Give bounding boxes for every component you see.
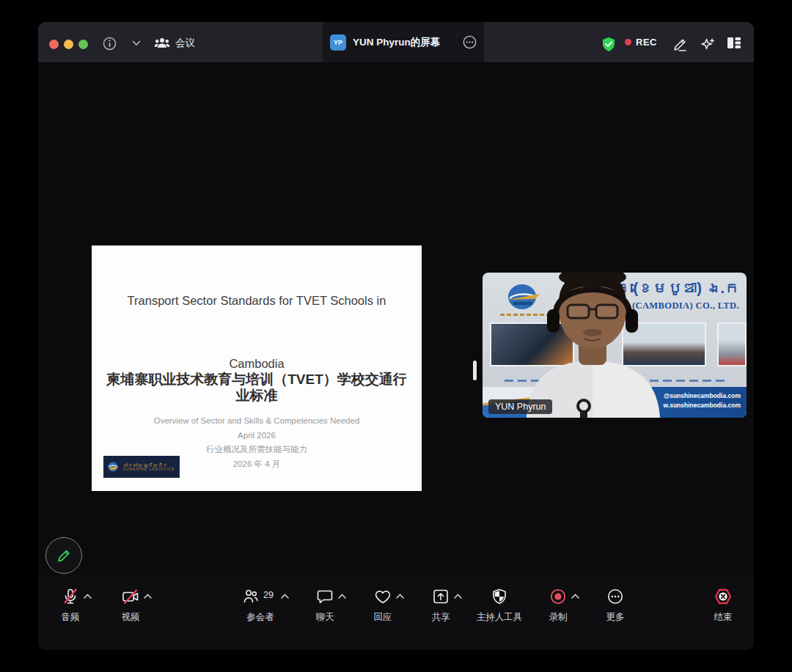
- participants-count: 29: [263, 590, 274, 600]
- video-tile-yun-phyrun[interactable]: ស្ទីក (ខេមបូឌា) ឯ.ក CS (CAMBODIA) CO., L…: [483, 273, 747, 418]
- participants-icon: [242, 588, 260, 605]
- meeting-window: 会议 YP YUN Phyrun的屏幕 REC Transport Sector…: [38, 22, 754, 650]
- panel-resize-handle[interactable]: [473, 361, 477, 380]
- share-caret-icon[interactable]: [453, 593, 463, 599]
- fullscreen-window-button[interactable]: [78, 40, 88, 49]
- logo-truck-icon: [107, 461, 120, 473]
- slide-title-zh-line2: 业标准: [92, 388, 422, 404]
- slide-date-en: April 2026: [92, 429, 422, 443]
- annotate-pen-icon[interactable]: [672, 37, 688, 52]
- participants-caret-icon[interactable]: [280, 593, 290, 599]
- audio-button[interactable]: 音频: [38, 587, 103, 624]
- slide-title-zh-line1: 柬埔寨职业技术教育与培训（TVET）学校交通行: [92, 372, 422, 388]
- security-shield-icon[interactable]: [601, 37, 616, 52]
- share-button[interactable]: 共享: [408, 587, 474, 624]
- end-meeting-button[interactable]: 结束: [690, 587, 754, 624]
- heart-icon: [374, 588, 392, 605]
- minimize-window-button[interactable]: [64, 40, 73, 49]
- titlebar: 会议 YP YUN Phyrun的屏幕 REC: [38, 22, 754, 62]
- participant-name-tag: YUN Phyrun: [488, 399, 552, 414]
- rec-indicator[interactable]: REC: [625, 37, 657, 48]
- logo-en-text: SUNSHINE LOGISTICS: [123, 468, 175, 471]
- slide-title-en-line2: Cambodia: [92, 356, 422, 372]
- meeting-info-icon[interactable]: [103, 37, 117, 51]
- chat-icon: [316, 588, 334, 605]
- record-caret-icon[interactable]: [571, 593, 580, 599]
- ai-sparkle-icon[interactable]: [700, 37, 716, 53]
- reactions-caret-icon[interactable]: [395, 593, 405, 599]
- pencil-icon: [56, 547, 72, 564]
- tab-screen-share[interactable]: YP YUN Phyrun的屏幕: [323, 22, 484, 62]
- share-screen-icon: [432, 588, 450, 605]
- reactions-button[interactable]: 回应: [350, 587, 416, 624]
- record-button[interactable]: 录制: [525, 587, 591, 624]
- tab-more-icon[interactable]: [463, 35, 477, 49]
- more-icon: [606, 588, 624, 605]
- shared-screen-slide: Transport Sector Standards for TVET Scho…: [92, 245, 422, 491]
- slide-title-en-line1: Transport Sector Standards for TVET Scho…: [92, 293, 422, 309]
- annotation-fab-button[interactable]: [45, 537, 82, 574]
- camera-off-icon: [122, 588, 140, 605]
- audio-caret-icon[interactable]: [83, 593, 92, 599]
- meeting-content-area: Transport Sector Standards for TVET Scho…: [38, 62, 754, 575]
- rec-dot-icon: [625, 39, 631, 45]
- video-caret-icon[interactable]: [143, 593, 153, 599]
- logo-khmer-text: សាន់សាញ ឡូជីស្ទីក: [123, 462, 175, 468]
- screen-share-tab-label: YUN Phyrun的屏幕: [353, 36, 463, 49]
- video-button[interactable]: 视频: [98, 587, 164, 624]
- chat-caret-icon[interactable]: [337, 593, 347, 599]
- rec-label: REC: [636, 37, 657, 48]
- avatar: YP: [330, 34, 346, 51]
- slide-subtitle-en: Overview of Sector and Skills & Competen…: [92, 414, 422, 429]
- more-button[interactable]: 更多: [582, 587, 648, 624]
- record-icon: [549, 588, 567, 605]
- layout-panel-icon[interactable]: [727, 37, 741, 49]
- chevron-down-icon[interactable]: [132, 40, 141, 46]
- participant-video-person: [483, 273, 747, 418]
- sunshine-logistics-logo: សាន់សាញ ឡូជីស្ទីក SUNSHINE LOGISTICS: [103, 456, 180, 478]
- tab-meeting[interactable]: 会议: [154, 37, 195, 50]
- meeting-tab-label: 会议: [175, 37, 195, 50]
- end-call-icon: [714, 588, 733, 605]
- slide-subtitle-zh: 行业概况及所需技能与能力: [92, 443, 422, 457]
- participants-group-icon: [154, 37, 170, 50]
- host-shield-icon: [491, 588, 508, 605]
- chat-button[interactable]: 聊天: [292, 587, 358, 624]
- participants-button[interactable]: 29 参会者: [227, 587, 293, 624]
- mic-off-icon: [62, 588, 79, 605]
- bottom-toolbar: 音频 视频 29 参会者 聊天: [38, 575, 754, 650]
- close-window-button[interactable]: [49, 40, 59, 49]
- host-tools-button[interactable]: 主持人工具: [466, 587, 532, 624]
